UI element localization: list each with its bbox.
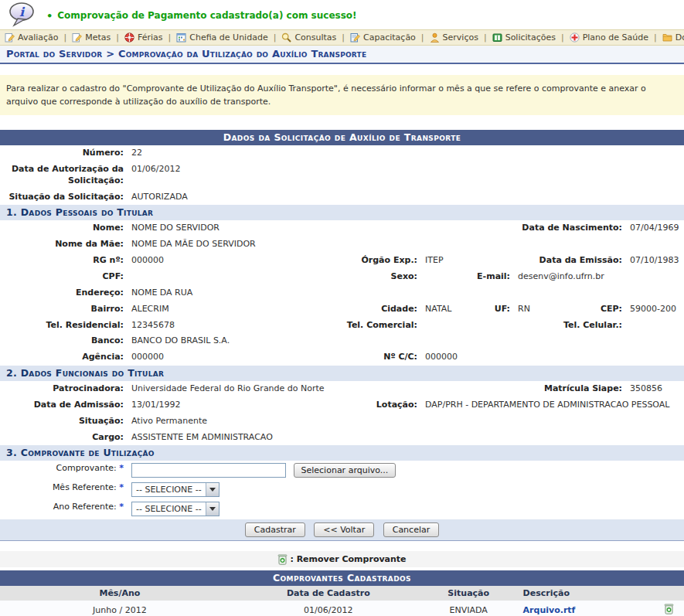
cadastrar-button[interactable]: Cadastrar (245, 522, 305, 537)
solicitation-table: Dados da Solicitação de Auxílio de Trans… (0, 130, 684, 541)
trash-icon (277, 553, 288, 565)
col-situacao: Situação (417, 586, 520, 601)
col-descricao: Descrição (520, 586, 654, 601)
col-actions (653, 591, 684, 596)
email-value: desenv@info.ufrn.br (514, 269, 684, 285)
autorizacao-value: 01/06/2012 (128, 162, 684, 189)
red-cross-icon (570, 32, 580, 43)
nascimento-value: 07/04/1969 (626, 220, 684, 237)
trash-icon (664, 603, 674, 614)
voltar-button[interactable]: << Voltar (314, 522, 374, 537)
section-dados-funcionais: 2. Dados Funcionais do Titular (0, 366, 684, 381)
select-file-button[interactable]: Selecionar arquivo... (294, 463, 396, 478)
table-title: Dados da Solicitação de Auxílio de Trans… (0, 130, 684, 145)
tel-residencial-value: 12345678 (128, 318, 307, 334)
success-message: • Comprovação de Pagamento cadastrado(a)… (46, 10, 357, 22)
tel-comercial-value (421, 318, 469, 334)
required-star: * (119, 463, 124, 473)
required-star: * (119, 502, 124, 512)
menu-item-solicitacoes[interactable]: Solicitações (492, 32, 556, 43)
ano-referente-label: Ano Referente: * (0, 499, 128, 519)
nome-label: Nome: (0, 220, 128, 237)
menu-item-chefia-de-unidade[interactable]: Chefia de Unidade (176, 32, 267, 43)
col-mes-ano: Mês/Ano (0, 586, 240, 601)
breadcrumb: Portal do Servidor > Comprovação da Util… (0, 46, 684, 64)
request-section: Número: 22 Data de Autorização da Solici… (0, 145, 684, 205)
comprovante-field-row: Selecionar arquivo... (128, 461, 684, 480)
mae-label: Nome da Mãe: (0, 237, 128, 253)
menu-separator: | (168, 32, 172, 43)
admissao-label: Data de Admissão: (0, 397, 128, 414)
patrocinadora-label: Patrocinadora: (0, 381, 128, 397)
nascimento-label: Data de Nascimento: (469, 220, 626, 237)
cpf-value (128, 269, 307, 285)
chevron-down-icon (206, 483, 219, 496)
menu-separator: | (64, 32, 67, 43)
alert-bar: i • Comprovação de Pagamento cadastrado(… (0, 0, 684, 29)
row-data-cadastro: 01/06/2012 (240, 603, 417, 616)
cep-label: CEP: (560, 301, 626, 318)
row-mes-ano: Junho / 2012 (0, 603, 240, 616)
menu-item-consultas[interactable]: Consultas (281, 32, 336, 43)
green-book-icon (492, 32, 502, 43)
menu-item-metas[interactable]: Metas (72, 32, 111, 43)
sexo-label: Sexo: (307, 269, 421, 285)
situacao-solicitacao-label: Situação da Solicitação: (0, 189, 128, 206)
pencil-paper-icon (72, 32, 82, 43)
ano-referente-select[interactable]: -- SELECIONE -- (131, 502, 219, 516)
section-comprovante: 3. Comprovante de Utilização (0, 445, 684, 461)
comprovante-file-input[interactable] (131, 463, 286, 478)
legend-remover-comprovante: : Remover Comprovante (0, 551, 684, 567)
menu-separator: | (561, 32, 564, 43)
menu-item-capacitacao[interactable]: Capacitação (350, 32, 416, 43)
conta-value: 000000 (421, 349, 684, 366)
situacao-solicitacao-value: AUTORIZADA (128, 189, 684, 206)
admissao-value: 13/01/1992 (128, 397, 307, 414)
autorizacao-label: Data de Autorização da Solicitação: (0, 162, 128, 189)
page: i • Comprovação de Pagamento cadastrado(… (0, 0, 684, 616)
info-bubble-icon: i (6, 2, 37, 29)
cancelar-button[interactable]: Cancelar (383, 522, 440, 537)
magnifier-icon (281, 32, 291, 43)
menu-item-servicos[interactable]: Serviços (430, 32, 478, 43)
menu-item-ferias[interactable]: Férias (124, 32, 163, 43)
tel-residencial-label: Tel. Residencial: (0, 318, 128, 334)
menu-item-plano-de-saude[interactable]: Plano de Saúde (570, 32, 648, 43)
bairro-value: ALECRIM (128, 301, 307, 318)
cargo-value: ASSISTENTE EM ADMINISTRACAO (128, 430, 684, 446)
menu-bar: Avaliação| Metas| Férias| Chefia de Unid… (0, 29, 684, 46)
person-icon (430, 32, 440, 43)
orgao-label: Órgão Exp.: (307, 253, 421, 269)
mes-referente-label: Mês Referente: * (0, 480, 128, 499)
emissao-label: Data da Emissão: (469, 253, 626, 269)
numero-label: Número: (0, 145, 128, 162)
chevron-down-icon (206, 502, 219, 516)
lifebuoy-icon (124, 32, 134, 43)
cidade-label: Cidade: (307, 301, 421, 318)
menu-item-documentos[interactable]: Documentos (662, 32, 684, 43)
comprovante-label: Comprovante: * (0, 461, 128, 480)
functional-section: Patrocinadora: Universidade Federal do R… (0, 381, 684, 445)
bairro-label: Bairro: (0, 301, 128, 318)
lotacao-label: Lotação: (307, 397, 421, 414)
sexo-value (421, 269, 469, 285)
tel-celular-value (626, 318, 684, 334)
emissao-value: 07/10/1983 (626, 253, 684, 269)
table-row: Junho / 2012 01/06/2012 ENVIADA Arquivo.… (0, 601, 684, 616)
menu-separator: | (654, 32, 657, 43)
menu-item-avaliacao[interactable]: Avaliação (5, 32, 59, 43)
section-dados-pessoais: 1. Dados Pessoais do Titular (0, 205, 684, 220)
agencia-value: 000000 (128, 349, 307, 366)
arquivo-link[interactable]: Arquivo.rtf (523, 605, 576, 615)
row-situacao: ENVIADA (417, 603, 520, 616)
pencil-paper-icon (5, 32, 15, 43)
remove-comprovante-button[interactable] (664, 603, 674, 614)
uf-value: RN (514, 301, 560, 318)
mes-referente-select[interactable]: -- SELECIONE -- (131, 482, 219, 497)
instruction-note: Para realizar o cadastro do "Comprovante… (0, 75, 684, 115)
mae-value: NOME DA MÃE DO SERVIDOR (128, 237, 684, 253)
comprovantes-header-row: Mês/Ano Data de Cadastro Situação Descri… (0, 586, 684, 601)
bullet-icon: • (46, 10, 53, 22)
form-actions: Cadastrar << Voltar Cancelar (0, 519, 684, 541)
rg-value: 000000 (128, 253, 307, 269)
